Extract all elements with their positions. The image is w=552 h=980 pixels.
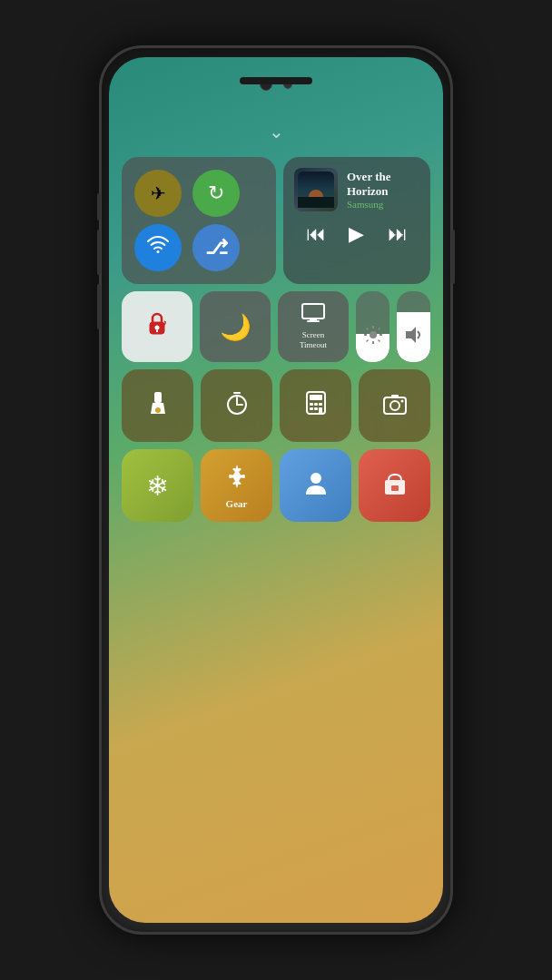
svg-line-16 [366,328,368,330]
svg-rect-35 [319,407,322,414]
control-panel: ✈ ↻ [122,157,430,905]
flashlight-icon [145,390,171,422]
svg-point-6 [155,325,160,329]
bixby-button[interactable] [97,193,101,220]
media-info: Over the Horizon Samsung [294,168,419,211]
svg-line-19 [366,340,368,342]
flashlight-button[interactable] [122,369,193,442]
camera-icon [382,390,408,422]
store-icon [381,469,409,503]
brightness-slider[interactable] [356,291,389,362]
do-not-disturb-button[interactable]: 🌙 [200,291,271,362]
svg-point-37 [390,401,399,410]
bluetooth-button[interactable]: ⎇ [192,224,240,271]
screen-timeout-label: ScreenTimeout [300,330,327,350]
apps-row: ❄ Gear [122,449,430,522]
svg-rect-30 [310,403,313,406]
power-button[interactable] [451,230,455,284]
bluetooth-icon: ⎇ [205,236,228,260]
media-artist: Samsung [347,199,419,210]
wifi-icon [147,235,169,261]
svg-point-41 [310,473,321,484]
svg-rect-29 [310,395,322,400]
lock-icon [143,309,172,345]
volume-icon [404,325,424,349]
volume-up-button[interactable] [97,230,101,275]
svg-rect-21 [154,392,162,403]
svg-rect-31 [314,403,318,406]
person-app-button[interactable] [280,449,351,522]
conn-bottom-row: ⎇ [134,224,263,271]
media-controls: ⏮ ▶ ⏭ [294,219,419,250]
timer-icon [224,390,250,422]
volume-down-button[interactable] [97,284,101,329]
svg-rect-4 [298,197,334,208]
airplane-mode-button[interactable]: ✈ [134,170,182,217]
svg-rect-43 [391,485,399,491]
svg-line-17 [378,340,380,342]
phone-screen: ⌄ ✈ ↻ [109,57,443,923]
snowflake-app-button[interactable]: ❄ [122,449,193,522]
gear-label: Gear [226,498,248,509]
rotate-button[interactable]: ↻ [192,170,240,217]
svg-rect-9 [310,318,317,320]
calculator-icon [303,390,329,422]
tools-row [122,369,430,442]
screen-timeout-icon [301,303,325,328]
connectivity-tile: ✈ ↻ [122,157,276,284]
svg-point-11 [370,331,377,338]
timer-button[interactable] [201,369,272,442]
airplane-icon: ✈ [151,182,166,204]
calculator-button[interactable] [280,369,351,442]
row-quick-sliders: 🌙 ScreenTimeout [122,291,430,362]
row-connectivity-media: ✈ ↻ [122,157,430,284]
screen-timeout-button[interactable]: ScreenTimeout [278,291,349,362]
media-title: Over the Horizon [347,170,419,199]
svg-point-0 [157,250,160,253]
screen-lock-button[interactable] [122,291,192,362]
phone-frame: ⌄ ✈ ↻ [99,45,453,935]
pull-down-indicator[interactable]: ⌄ [269,121,284,142]
volume-slider[interactable] [397,291,430,362]
conn-top-row: ✈ ↻ [134,170,263,217]
phone-top-bar [109,57,443,112]
svg-rect-34 [314,407,318,410]
svg-rect-10 [307,320,320,322]
svg-rect-32 [319,403,322,406]
person-icon [302,469,330,503]
store-app-button[interactable] [359,449,430,522]
media-play-button[interactable]: ▶ [341,219,371,250]
media-thumbnail [294,168,338,211]
svg-rect-8 [302,304,324,318]
brightness-icon [363,325,383,349]
svg-marker-20 [406,327,416,343]
svg-rect-38 [391,395,399,398]
svg-point-23 [155,407,161,413]
svg-rect-33 [310,407,313,410]
gear-app-button[interactable]: Gear [201,449,272,522]
wifi-button[interactable] [134,224,182,271]
svg-line-18 [378,328,380,330]
media-next-button[interactable]: ⏭ [380,219,415,250]
gear-icon [223,463,251,496]
camera-button[interactable] [359,369,430,442]
media-player-tile: Over the Horizon Samsung ⏮ ▶ ⏭ [283,157,430,284]
moon-icon: 🌙 [220,312,251,342]
media-text: Over the Horizon Samsung [347,170,419,210]
rotate-icon: ↻ [208,181,224,205]
media-prev-button[interactable]: ⏮ [299,219,333,250]
speaker-grille [240,77,312,84]
snowflake-icon: ❄ [146,470,169,502]
svg-point-39 [400,399,403,402]
